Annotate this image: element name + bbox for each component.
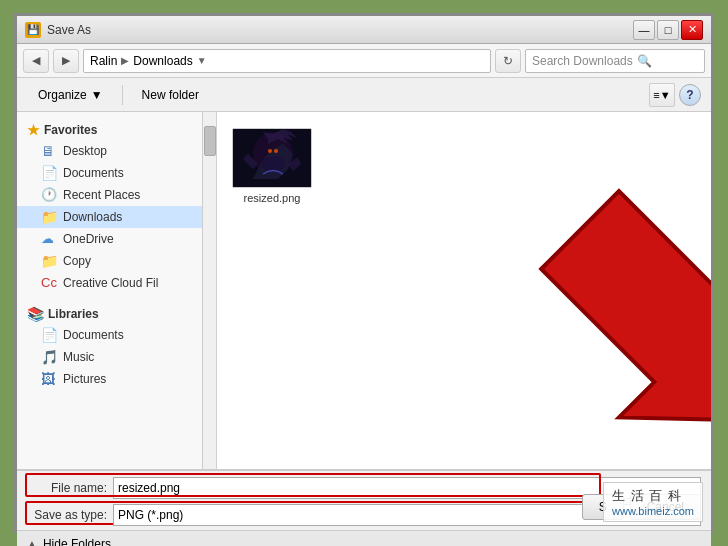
sidebar-item-onedrive-label: OneDrive bbox=[63, 232, 114, 246]
recent-places-icon: 🕐 bbox=[41, 187, 57, 203]
pictures-icon: 🖼 bbox=[41, 371, 57, 387]
desktop-icon: 🖥 bbox=[41, 143, 57, 159]
sidebar-item-onedrive[interactable]: ☁ OneDrive bbox=[17, 228, 216, 250]
refresh-button[interactable]: ↻ bbox=[495, 49, 521, 73]
breadcrumb-current: Downloads bbox=[133, 54, 192, 68]
sidebar-item-pictures-label: Pictures bbox=[63, 372, 106, 386]
file-name-label: resized.png bbox=[244, 192, 301, 204]
help-button[interactable]: ? bbox=[679, 84, 701, 106]
sidebar-item-lib-documents[interactable]: 📄 Documents bbox=[17, 324, 216, 346]
copy-folder-icon: 📁 bbox=[41, 253, 57, 269]
search-icon: 🔍 bbox=[637, 54, 652, 68]
close-button[interactable]: ✕ bbox=[681, 20, 703, 40]
watermark-text: 生 活 百 科 bbox=[612, 487, 694, 505]
svg-point-2 bbox=[268, 149, 272, 153]
sidebar-item-recent[interactable]: 🕐 Recent Places bbox=[17, 184, 216, 206]
sidebar-item-music[interactable]: 🎵 Music bbox=[17, 346, 216, 368]
sidebar-item-desktop-label: Desktop bbox=[63, 144, 107, 158]
organize-arrow: ▼ bbox=[91, 88, 103, 102]
sidebar-divider bbox=[17, 294, 216, 302]
hide-folders-bar[interactable]: ▲ Hide Folders bbox=[17, 530, 711, 546]
sidebar-item-creative-cloud-label: Creative Cloud Fil bbox=[63, 276, 158, 290]
sidebar-scrollbar[interactable] bbox=[202, 112, 216, 469]
favorites-title: Favorites bbox=[44, 123, 97, 137]
toolbar: Organize ▼ New folder ≡ ▼ ? bbox=[17, 78, 711, 112]
downloads-folder-icon: 📁 bbox=[41, 209, 57, 225]
libraries-section: 📚 Libraries bbox=[17, 302, 216, 324]
window-title: Save As bbox=[47, 23, 633, 37]
thumbnail-image bbox=[233, 129, 312, 188]
file-thumbnail bbox=[232, 128, 312, 188]
sidebar-item-lib-documents-label: Documents bbox=[63, 328, 124, 342]
sidebar-item-copy[interactable]: 📁 Copy bbox=[17, 250, 216, 272]
breadcrumb-sep1: ▶ bbox=[121, 55, 129, 66]
file-item-resized[interactable]: resized.png bbox=[227, 122, 317, 210]
library-icon: 📚 bbox=[27, 306, 44, 322]
savetype-value: PNG (*.png) bbox=[118, 508, 183, 522]
toolbar-right: ≡ ▼ ? bbox=[649, 83, 701, 107]
minimize-button[interactable]: — bbox=[633, 20, 655, 40]
favorites-section: ★ Favorites bbox=[17, 118, 216, 140]
documents-icon: 📄 bbox=[41, 165, 57, 181]
sidebar-item-downloads[interactable]: 📁 Downloads bbox=[17, 206, 216, 228]
sidebar-scroll-thumb bbox=[204, 126, 216, 156]
title-bar-icon: 💾 bbox=[25, 22, 41, 38]
window-controls: — □ ✕ bbox=[633, 20, 703, 40]
maximize-button[interactable]: □ bbox=[657, 20, 679, 40]
sidebar-item-desktop[interactable]: 🖥 Desktop bbox=[17, 140, 216, 162]
search-bar[interactable]: Search Downloads 🔍 bbox=[525, 49, 705, 73]
breadcrumb[interactable]: Ralin ▶ Downloads ▼ bbox=[83, 49, 491, 73]
search-placeholder-text: Search Downloads bbox=[532, 54, 633, 68]
view-arrow: ▼ bbox=[660, 89, 671, 101]
sidebar-item-copy-label: Copy bbox=[63, 254, 91, 268]
onedrive-icon: ☁ bbox=[41, 231, 57, 247]
content-area: resized.png bbox=[217, 112, 711, 469]
svg-point-4 bbox=[261, 156, 285, 172]
sidebar-item-pictures[interactable]: 🖼 Pictures bbox=[17, 368, 216, 390]
view-button[interactable]: ≡ ▼ bbox=[649, 83, 675, 107]
watermark-url: www.bimeiz.com bbox=[612, 505, 694, 517]
libraries-title: Libraries bbox=[48, 307, 99, 321]
sidebar-item-documents[interactable]: 📄 Documents bbox=[17, 162, 216, 184]
hide-folders-label: Hide Folders bbox=[43, 537, 111, 547]
new-folder-button[interactable]: New folder bbox=[131, 83, 210, 107]
breadcrumb-sep2: ▼ bbox=[197, 55, 207, 66]
svg-point-3 bbox=[274, 149, 278, 153]
sidebar-item-recent-label: Recent Places bbox=[63, 188, 140, 202]
savetype-label: Save as type: bbox=[27, 508, 107, 522]
new-folder-label: New folder bbox=[142, 88, 199, 102]
main-area: ★ Favorites 🖥 Desktop 📄 Documents 🕐 Rece… bbox=[17, 112, 711, 470]
creative-cloud-icon: Cc bbox=[41, 275, 57, 291]
sidebar-item-creative-cloud[interactable]: Cc Creative Cloud Fil bbox=[17, 272, 216, 294]
forward-button[interactable]: ▶ bbox=[53, 49, 79, 73]
organize-button[interactable]: Organize ▼ bbox=[27, 83, 114, 107]
filename-label: File name: bbox=[27, 481, 107, 495]
breadcrumb-root: Ralin bbox=[90, 54, 117, 68]
music-icon: 🎵 bbox=[41, 349, 57, 365]
sidebar-item-documents-label: Documents bbox=[63, 166, 124, 180]
back-button[interactable]: ◀ bbox=[23, 49, 49, 73]
red-arrow-indicator bbox=[497, 172, 711, 469]
sidebar-item-downloads-label: Downloads bbox=[63, 210, 122, 224]
sidebar: ★ Favorites 🖥 Desktop 📄 Documents 🕐 Rece… bbox=[17, 112, 217, 469]
organize-label: Organize bbox=[38, 88, 87, 102]
title-bar: 💾 Save As — □ ✕ bbox=[17, 16, 711, 44]
address-bar: ◀ ▶ Ralin ▶ Downloads ▼ ↻ Search Downloa… bbox=[17, 44, 711, 78]
hide-folders-chevron: ▲ bbox=[27, 538, 37, 546]
favorites-star-icon: ★ bbox=[27, 122, 40, 138]
toolbar-separator bbox=[122, 85, 123, 105]
svg-marker-5 bbox=[506, 172, 711, 469]
sidebar-item-music-label: Music bbox=[63, 350, 94, 364]
lib-documents-icon: 📄 bbox=[41, 327, 57, 343]
watermark: 生 活 百 科 www.bimeiz.com bbox=[603, 482, 703, 522]
